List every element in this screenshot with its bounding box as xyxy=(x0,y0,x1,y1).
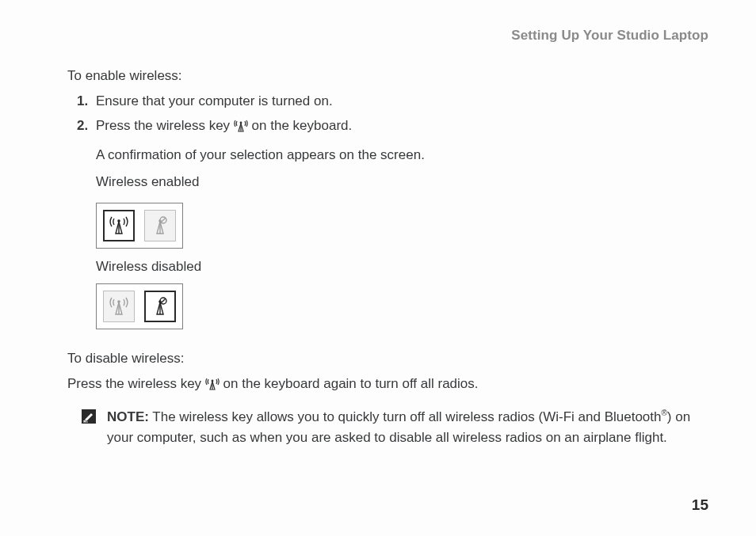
svg-line-13 xyxy=(161,298,166,303)
disable-intro: To disable wireless: xyxy=(67,348,708,369)
step-2-text-before: Press the wireless key xyxy=(96,118,234,133)
enable-steps-list: 1. Ensure that your computer is turned o… xyxy=(67,91,708,192)
registered-mark: ® xyxy=(661,409,666,417)
confirmation-text: A confirmation of your selection appears… xyxy=(96,145,708,165)
note-pencil-icon xyxy=(82,409,96,424)
disable-text-after: on the keyboard again to turn off all ra… xyxy=(223,376,479,391)
disable-text-before: Press the wireless key xyxy=(67,376,205,391)
svg-point-1 xyxy=(239,121,242,124)
disabled-label-row: Wireless disabled xyxy=(67,257,708,277)
note-text-a: The wireless key allows you to quickly t… xyxy=(149,409,662,424)
antenna-off-box-active xyxy=(144,291,176,322)
step-2: 2. Press the wireless key on the keyboar… xyxy=(96,116,708,193)
note-label: NOTE: xyxy=(107,409,149,424)
svg-point-3 xyxy=(117,219,120,222)
antenna-on-box xyxy=(103,210,135,241)
wireless-disabled-label: Wireless disabled xyxy=(96,257,708,277)
step-1-number: 1. xyxy=(77,91,88,112)
enable-intro: To enable wireless: xyxy=(67,66,708,86)
disable-instruction: Press the wireless key on the keyboard a… xyxy=(67,374,708,397)
antenna-off-box xyxy=(144,210,176,241)
step-1-text: Ensure that your computer is turned on. xyxy=(96,93,333,108)
page-number: 15 xyxy=(692,496,708,514)
step-1: 1. Ensure that your computer is turned o… xyxy=(96,91,708,112)
wireless-enabled-label: Wireless enabled xyxy=(96,172,708,192)
wireless-antenna-icon xyxy=(205,376,220,397)
wireless-antenna-icon xyxy=(234,118,248,139)
svg-point-15 xyxy=(211,380,213,382)
step-2-number: 2. xyxy=(77,116,88,136)
svg-line-7 xyxy=(161,218,166,222)
svg-point-9 xyxy=(117,300,120,303)
manual-page: Setting Up Your Studio Laptop To enable … xyxy=(0,0,756,536)
section-header: Setting Up Your Studio Laptop xyxy=(67,28,708,44)
step-2-text-after: on the keyboard. xyxy=(252,118,353,133)
note-block: NOTE: The wireless key allows you to qui… xyxy=(67,407,708,449)
note-text: NOTE: The wireless key allows you to qui… xyxy=(107,407,708,449)
wireless-enabled-indicator xyxy=(96,203,183,249)
antenna-on-box-dim xyxy=(103,291,135,322)
wireless-disabled-indicator xyxy=(96,283,183,329)
